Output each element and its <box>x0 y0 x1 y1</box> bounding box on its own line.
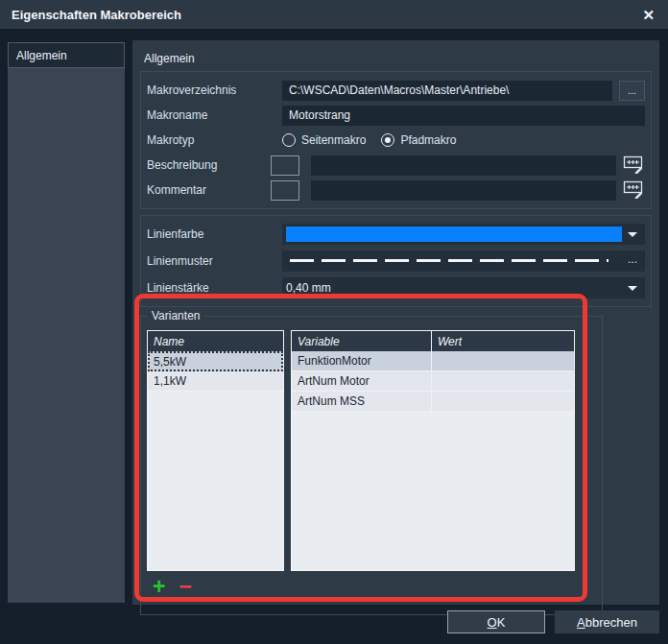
makrotyp-row: Makrotyp Seitenmakro Pfadmakro <box>147 130 645 151</box>
linienstaerke-value: 0,40 mm <box>286 281 331 295</box>
variant-actions: + − <box>147 577 596 596</box>
linienstaerke-label: Linienstärke <box>147 281 282 295</box>
chevron-down-icon <box>628 286 637 291</box>
beschreibung-row: Beschreibung <box>147 155 645 176</box>
kommentar-translate-edit-icon[interactable] <box>622 179 645 201</box>
varianten-group: Varianten Name 5,5kW 1,1kW Variable Wert <box>140 316 603 615</box>
makroverzeichnis-label: Makroverzeichnis <box>147 83 282 97</box>
radio-circle-icon <box>282 133 296 147</box>
title-bar: Eigenschaften Makrobereich ✕ <box>0 0 668 31</box>
remove-variant-button[interactable]: − <box>179 577 191 596</box>
makroname-row: Makroname <box>147 105 645 126</box>
beschreibung-translate-edit-icon[interactable] <box>622 155 645 176</box>
variable-column-header[interactable]: Variable <box>292 331 432 351</box>
kommentar-input[interactable] <box>311 180 616 201</box>
radio-pfadmakro[interactable]: Pfadmakro <box>381 133 456 147</box>
table-row[interactable]: 5,5kW <box>148 351 283 371</box>
chevron-down-icon <box>628 232 637 237</box>
beschreibung-label: Beschreibung <box>147 158 271 172</box>
linienfarbe-dropdown[interactable] <box>282 224 645 245</box>
window-title: Eigenschaften Makrobereich <box>12 8 181 22</box>
table-row[interactable]: ArtNum Motor <box>292 371 574 392</box>
browse-button[interactable]: ... <box>619 81 645 101</box>
name-table: Name 5,5kW 1,1kW <box>147 330 284 571</box>
radio-circle-icon <box>381 133 394 147</box>
table-row[interactable]: FunktionMotor <box>292 351 574 371</box>
variable-table-header[interactable]: Variable Wert <box>292 331 574 351</box>
radio-seitenmakro[interactable]: Seitenmakro <box>282 133 366 147</box>
linienfarbe-row: Linienfarbe <box>147 224 645 245</box>
makroname-label: Makroname <box>147 108 282 122</box>
radio-pfadmakro-label: Pfadmakro <box>400 133 456 147</box>
makroverzeichnis-row: Makroverzeichnis ... <box>147 80 645 101</box>
linienfarbe-label: Linienfarbe <box>147 227 282 241</box>
add-variant-button[interactable]: + <box>153 577 165 596</box>
makrotyp-label: Makrotyp <box>147 133 282 147</box>
cancel-button[interactable]: Abbrechen <box>555 610 659 633</box>
sidebar-item-label: Allgemein <box>16 49 67 62</box>
makroverzeichnis-input[interactable] <box>282 81 612 101</box>
dash-pattern-preview <box>290 259 608 262</box>
close-icon[interactable]: ✕ <box>642 8 655 22</box>
wert-column-header[interactable]: Wert <box>432 331 574 351</box>
linienmuster-more-button[interactable]: ... <box>628 252 637 266</box>
varianten-title: Varianten <box>147 309 204 322</box>
linienstaerke-dropdown[interactable]: 0,40 mm <box>282 277 645 298</box>
makrotyp-radio-group: Seitenmakro Pfadmakro <box>282 133 456 147</box>
linienmuster-row: Linienmuster ... <box>147 250 645 272</box>
name-table-header[interactable]: Name <box>148 331 283 351</box>
line-color-swatch <box>286 227 622 242</box>
line-settings-group: Linienfarbe Linienmuster ... Linienstärk… <box>140 215 652 307</box>
varianten-tables: Name 5,5kW 1,1kW Variable Wert FunktionM… <box>147 330 596 571</box>
linienmuster-label: Linienmuster <box>147 254 282 268</box>
variable-table: Variable Wert FunktionMotor ArtNum Motor… <box>291 330 575 571</box>
table-row[interactable]: ArtNum MSS <box>292 392 574 412</box>
main-panel: Allgemein Makroverzeichnis ... Makroname… <box>132 40 659 605</box>
section-title: Allgemein <box>140 48 652 69</box>
table-row[interactable]: 1,1kW <box>148 371 283 392</box>
kommentar-label: Kommentar <box>147 183 271 197</box>
sidebar-item-allgemein[interactable]: Allgemein <box>8 42 125 68</box>
linienmuster-field[interactable]: ... <box>282 250 645 272</box>
ok-button[interactable]: OK <box>447 610 545 633</box>
makroname-input[interactable] <box>282 106 645 126</box>
kommentar-row: Kommentar <box>147 179 645 201</box>
sidebar: Allgemein <box>8 42 125 603</box>
linienstaerke-row: Linienstärke 0,40 mm <box>147 277 645 298</box>
kommentar-index-box[interactable] <box>271 180 299 201</box>
beschreibung-index-box[interactable] <box>271 155 299 176</box>
beschreibung-input[interactable] <box>311 155 616 176</box>
radio-seitenmakro-label: Seitenmakro <box>301 133 366 147</box>
general-fields-group: Makroverzeichnis ... Makroname Makrotyp … <box>140 71 652 209</box>
